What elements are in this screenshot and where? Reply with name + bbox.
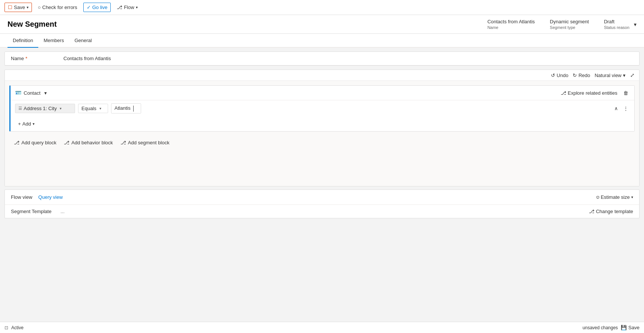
save-icon: ☐	[8, 5, 12, 10]
page-title: New Segment	[8, 20, 57, 29]
condition-value-input[interactable]: Atlantis	[111, 103, 141, 114]
meta-segment-type-label: Segment type	[550, 25, 589, 30]
name-label: Name *	[11, 56, 63, 61]
estimate-chevron-icon: ▾	[631, 195, 633, 199]
contact-block-header: 🪪 Contact ▾ ⎇ Explore related entities 🗑	[11, 86, 634, 100]
change-template-button[interactable]: ⎇ Change template	[589, 209, 633, 214]
main-content: Name * Contacts from Atlantis ↺ Undo ↻ R…	[0, 48, 644, 322]
query-area: ↺ Undo ↻ Redo Natural view ▾ ⤢ 🪪	[5, 70, 639, 186]
delete-icon: 🗑	[623, 90, 628, 96]
contact-block-actions: ⎇ Explore related entities 🗑	[561, 89, 630, 97]
required-indicator: *	[26, 56, 27, 61]
text-cursor	[133, 106, 134, 112]
operator-chevron-icon: ▾	[99, 106, 101, 110]
status-text: Active	[11, 325, 24, 330]
view-chevron-icon: ▾	[623, 73, 626, 78]
status-save-label: Save	[628, 325, 639, 330]
meta-status: Draft Status reason	[604, 19, 629, 30]
field-type-icon: ☰	[18, 106, 22, 111]
form-section: Name * Contacts from Atlantis	[5, 51, 639, 66]
go-live-button[interactable]: ✓ Go live	[83, 3, 111, 12]
condition-actions: ∧ ⋮	[613, 104, 630, 112]
operator-label: Equals	[81, 106, 96, 111]
collapse-condition-button[interactable]: ∧	[613, 104, 620, 112]
view-selector[interactable]: Natural view ▾	[594, 73, 626, 78]
meta-status-value: Draft	[604, 19, 629, 24]
add-plus-icon: +	[18, 121, 21, 127]
block-actions-row: ⎇ Add query block ⎇ Add behavior block ⎇…	[9, 136, 635, 149]
check-errors-icon: ○	[38, 5, 41, 10]
change-template-icon: ⎇	[589, 209, 594, 214]
page-header: New Segment Contacts from Atlantis Name …	[0, 15, 644, 34]
header-chevron-icon[interactable]: ▾	[634, 21, 636, 27]
behavior-block-icon: ⎇	[64, 140, 69, 145]
condition-field-selector[interactable]: ☰ Address 1: City ▾	[15, 104, 75, 113]
add-chevron-icon: ▾	[33, 122, 35, 126]
redo-button[interactable]: ↻ Redo	[573, 73, 590, 78]
add-behavior-block-button[interactable]: ⎇ Add behavior block	[64, 140, 113, 145]
add-condition-button[interactable]: + Add ▾	[15, 120, 38, 128]
estimate-size-button[interactable]: ⎊ Estimate size ▾	[596, 194, 633, 200]
toolbar: ☐ Save ▾ ○ Check for errors ✓ Go live ⎇ …	[0, 0, 644, 15]
condition-row: ☰ Address 1: City ▾ Equals ▾ Atlantis	[11, 100, 634, 117]
tabs: Definition Members General	[0, 34, 644, 48]
meta-name-value: Contacts from Atlantis	[488, 19, 535, 24]
query-view-tab[interactable]: Query view	[38, 193, 63, 201]
name-value: Contacts from Atlantis	[63, 56, 633, 61]
contact-block-title: 🪪 Contact ▾	[15, 89, 48, 97]
more-options-button[interactable]: ⋮	[622, 104, 630, 112]
collapse-icon: ∧	[614, 106, 618, 111]
save-label: Save	[14, 5, 25, 10]
save-dropdown-arrow[interactable]: ▾	[27, 5, 29, 9]
flow-icon: ⎇	[117, 5, 122, 10]
flow-view-tab[interactable]: Flow view	[11, 193, 32, 201]
field-label: Address 1: City	[24, 106, 57, 111]
status-left: ⊡ Active	[5, 325, 24, 330]
check-errors-button[interactable]: ○ Check for errors	[38, 5, 77, 10]
flow-label: Flow	[124, 5, 134, 10]
segment-block-icon: ⎇	[120, 140, 126, 145]
undo-button[interactable]: ↺ Undo	[551, 73, 568, 78]
tab-members[interactable]: Members	[38, 34, 69, 48]
flow-button[interactable]: ⎇ Flow ▾	[117, 5, 137, 10]
redo-icon: ↻	[573, 73, 577, 78]
condition-operator-selector[interactable]: Equals ▾	[78, 104, 108, 113]
delete-block-button[interactable]: 🗑	[622, 89, 630, 97]
meta-segment-type-value: Dynamic segment	[550, 19, 589, 24]
contact-entity-icon: 🪪	[15, 90, 21, 96]
status-icon: ⊡	[5, 325, 8, 330]
add-segment-block-button[interactable]: ⎇ Add segment block	[120, 140, 170, 145]
expand-icon: ⤢	[630, 72, 635, 78]
explore-icon: ⎇	[561, 90, 566, 96]
template-row: Segment Template ... ⎇ Change template	[5, 205, 639, 218]
estimate-icon: ⎊	[596, 194, 599, 200]
template-label: Segment Template	[11, 209, 51, 214]
add-row: + Add ▾	[11, 117, 634, 131]
header-meta: Contacts from Atlantis Name Dynamic segm…	[488, 19, 629, 30]
status-right: unsaved changes 💾 Save	[582, 325, 639, 330]
bottom-panel: Flow view Query view ⎊ Estimate size ▾ S…	[5, 189, 639, 218]
go-live-label: Go live	[92, 5, 107, 10]
query-block-icon: ⎇	[14, 140, 20, 145]
meta-name-label: Name	[488, 25, 535, 30]
tab-general[interactable]: General	[69, 34, 97, 48]
query-canvas: 🪪 Contact ▾ ⎇ Explore related entities 🗑	[5, 81, 639, 186]
meta-name: Contacts from Atlantis Name	[488, 19, 535, 30]
unsaved-changes-text: unsaved changes	[582, 325, 618, 330]
template-value: ...	[60, 209, 65, 214]
contact-dropdown-button[interactable]: ▾	[43, 89, 48, 97]
view-tabs: Flow view Query view	[11, 193, 63, 201]
status-save-button[interactable]: 💾 Save	[621, 325, 639, 330]
bottom-panel-tabs: Flow view Query view ⎊ Estimate size ▾	[5, 190, 639, 205]
explore-related-button[interactable]: ⎇ Explore related entities	[561, 90, 617, 96]
flow-dropdown-arrow[interactable]: ▾	[136, 5, 138, 9]
tab-definition[interactable]: Definition	[8, 34, 38, 48]
save-button[interactable]: ☐ Save ▾	[5, 3, 32, 12]
add-query-block-button[interactable]: ⎇ Add query block	[14, 140, 56, 145]
expand-button[interactable]: ⤢	[630, 72, 635, 78]
name-row: Name * Contacts from Atlantis	[5, 52, 639, 65]
more-icon: ⋮	[623, 106, 628, 111]
go-live-icon: ✓	[87, 5, 91, 10]
meta-status-label: Status reason	[604, 25, 629, 30]
status-save-icon: 💾	[621, 325, 627, 330]
